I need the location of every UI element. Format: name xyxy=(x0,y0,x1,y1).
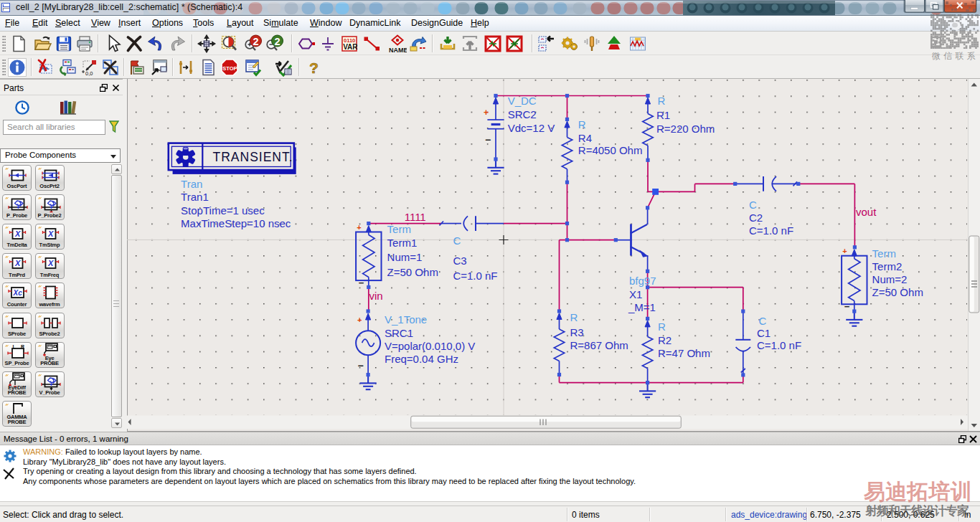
svg-text:bfg97: bfg97 xyxy=(629,275,656,287)
svg-text:Z=50 Ohm: Z=50 Ohm xyxy=(387,266,438,278)
svg-text:Num=2: Num=2 xyxy=(872,273,908,285)
svg-text:L: L xyxy=(13,343,17,348)
svg-text:_M=1: _M=1 xyxy=(628,301,656,313)
svg-text:R1: R1 xyxy=(656,109,670,121)
svg-text:X: X xyxy=(14,229,21,238)
svg-text:−: − xyxy=(358,360,364,371)
svg-text:R2: R2 xyxy=(658,334,672,346)
svg-text:Term2: Term2 xyxy=(872,260,903,272)
svg-text:R=220 Ohm: R=220 Ohm xyxy=(656,123,715,135)
svg-text:1111: 1111 xyxy=(405,211,426,223)
svg-text:V_1Tone: V_1Tone xyxy=(385,313,427,326)
svg-text:Num=1: Num=1 xyxy=(387,251,423,263)
svg-text:Xc: Xc xyxy=(13,289,23,297)
svg-text:Vdc=12 V: Vdc=12 V xyxy=(508,122,555,134)
svg-text:C: C xyxy=(759,315,767,327)
svg-text:C: C xyxy=(749,199,757,211)
svg-text:R: R xyxy=(658,95,666,107)
svg-text:R=4050 Ohm: R=4050 Ohm xyxy=(578,144,643,156)
svg-text:Freq=0.04 GHz: Freq=0.04 GHz xyxy=(385,353,458,365)
svg-text:+: + xyxy=(484,108,489,118)
svg-text:C=1.0 nF: C=1.0 nF xyxy=(757,339,801,351)
svg-text:Z=50 Ohm: Z=50 Ohm xyxy=(872,286,923,298)
svg-text:R: R xyxy=(570,311,578,323)
svg-text:C=1.0 nF: C=1.0 nF xyxy=(453,270,497,282)
svg-text:R: R xyxy=(578,118,586,130)
svg-text:C=1.0 nF: C=1.0 nF xyxy=(749,224,793,237)
svg-text:vin: vin xyxy=(369,290,383,302)
svg-text:X: X xyxy=(47,229,54,238)
svg-text:Term1: Term1 xyxy=(387,237,418,249)
svg-text:C3: C3 xyxy=(453,255,466,267)
svg-text:V_DC: V_DC xyxy=(508,95,537,107)
svg-text:R: R xyxy=(658,321,666,333)
svg-text:V=polar(0.010,0) V: V=polar(0.010,0) V xyxy=(385,340,475,352)
svg-text:C2: C2 xyxy=(749,212,763,224)
svg-text:R=47 Ohm: R=47 Ohm xyxy=(658,347,710,359)
svg-text:C: C xyxy=(453,234,461,247)
svg-text:Tran1: Tran1 xyxy=(181,191,209,203)
svg-text:−: − xyxy=(485,134,491,146)
svg-text:Term: Term xyxy=(872,247,896,260)
svg-text:R: R xyxy=(21,343,24,348)
svg-text:StopTime=1 usec: StopTime=1 usec xyxy=(181,204,265,217)
svg-text:Term: Term xyxy=(387,223,411,235)
svg-text:Tran: Tran xyxy=(181,178,202,190)
svg-text:R3: R3 xyxy=(570,326,584,338)
svg-text:+: + xyxy=(357,315,362,324)
svg-text:SRC1: SRC1 xyxy=(385,327,413,339)
svg-text:C1: C1 xyxy=(757,327,771,339)
svg-text:SRC2: SRC2 xyxy=(508,108,537,120)
svg-text:X1: X1 xyxy=(629,288,642,300)
svg-text:MaxTimeStep=10 nsec: MaxTimeStep=10 nsec xyxy=(181,217,291,229)
svg-text:vout: vout xyxy=(856,206,877,218)
svg-text:X: X xyxy=(14,259,21,267)
svg-text:TRANSIENT.: TRANSIENT. xyxy=(213,150,293,164)
svg-text:X: X xyxy=(47,259,54,267)
svg-text:R4: R4 xyxy=(578,132,592,144)
svg-text:R=867 Ohm: R=867 Ohm xyxy=(570,339,628,351)
